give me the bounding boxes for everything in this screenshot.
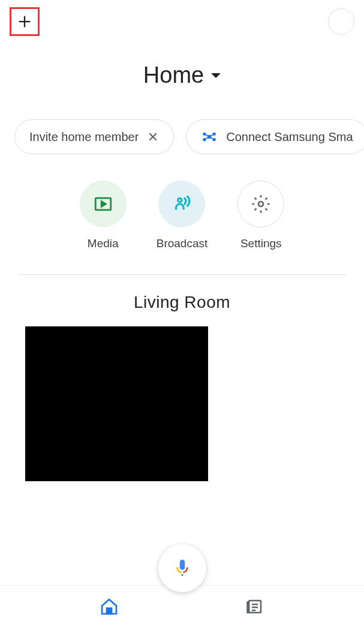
broadcast-icon	[170, 193, 193, 215]
action-label: Broadcast	[157, 237, 208, 250]
svg-point-15	[178, 199, 182, 202]
chevron-down-icon	[211, 73, 221, 78]
divider	[18, 274, 346, 275]
chip-label: Invite home member	[29, 130, 139, 144]
svg-point-16	[258, 202, 263, 206]
nav-feed[interactable]	[243, 595, 267, 619]
add-button[interactable]	[10, 7, 40, 36]
home-icon	[100, 597, 119, 616]
close-icon[interactable]	[147, 131, 159, 143]
svg-marker-14	[101, 202, 106, 207]
svg-rect-17	[107, 608, 112, 613]
chip-label: Connect Samsung Sma	[226, 130, 353, 144]
account-avatar[interactable]	[328, 8, 354, 35]
room-title: Living Room	[25, 293, 339, 312]
media-icon	[93, 194, 113, 214]
broadcast-button[interactable]: Broadcast	[157, 181, 208, 250]
chip-invite-member[interactable]: Invite home member	[14, 119, 174, 154]
nav-home[interactable]	[97, 595, 121, 619]
feed-icon	[246, 598, 264, 616]
smartthings-icon	[201, 128, 218, 145]
settings-button[interactable]: Settings	[237, 181, 284, 250]
room-section: Living Room	[0, 293, 364, 481]
microphone-icon	[172, 558, 192, 578]
quick-actions: Media Broadcast Settings	[0, 181, 364, 250]
top-bar	[0, 0, 364, 43]
media-icon-circle	[80, 181, 127, 227]
device-tile[interactable]	[25, 326, 208, 481]
svg-rect-19	[248, 602, 249, 613]
plus-icon	[16, 13, 33, 30]
home-selector[interactable]: Home	[0, 62, 364, 88]
suggestion-chips: Invite home member Connect Samsung Sma	[0, 119, 364, 154]
assistant-mic-button[interactable]	[158, 544, 206, 592]
action-label: Settings	[240, 237, 282, 250]
settings-icon-circle	[237, 181, 284, 227]
action-label: Media	[88, 237, 119, 250]
media-button[interactable]: Media	[80, 181, 127, 250]
broadcast-icon-circle	[158, 181, 205, 227]
gear-icon	[251, 194, 270, 214]
home-title: Home	[143, 62, 204, 88]
chip-connect-samsung[interactable]: Connect Samsung Sma	[186, 119, 364, 154]
